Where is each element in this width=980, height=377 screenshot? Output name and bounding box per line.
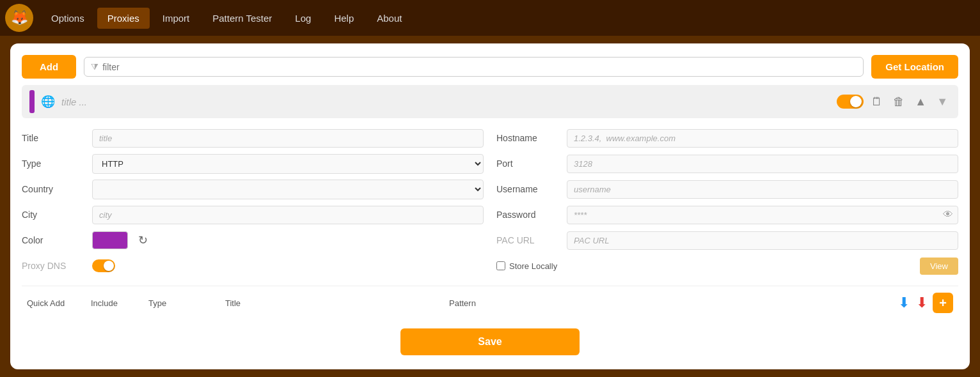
proxy-header-actions: 🗒 🗑 ▲ ▼ bbox=[837, 94, 951, 110]
proxy-dns-label: Proxy DNS bbox=[22, 261, 86, 271]
proxy-globe-icon: 🌐 bbox=[41, 95, 55, 109]
form-left: Title Type HTTP HTTPS SOCKS4 SOCKS5 Coun… bbox=[22, 127, 484, 277]
pac-url-input[interactable] bbox=[567, 231, 958, 250]
import-pattern-blue-button[interactable]: ⬇ bbox=[897, 293, 911, 312]
proxy-color-bar bbox=[29, 90, 35, 113]
pac-url-label: PAC URL bbox=[496, 235, 560, 245]
country-select[interactable] bbox=[92, 180, 484, 199]
navbar: 🦊 Options Proxies Import Pattern Tester … bbox=[0, 0, 980, 36]
filter-input[interactable] bbox=[102, 62, 857, 72]
nav-import[interactable]: Import bbox=[152, 8, 200, 29]
filter-input-wrap: ⧩ bbox=[84, 57, 864, 77]
proxy-copy-button[interactable]: 🗒 bbox=[869, 94, 885, 110]
app-logo: 🦊 bbox=[5, 4, 33, 32]
pattern-table-header: Quick Add Include Type Title Pattern ⬇ ⬇… bbox=[22, 286, 958, 317]
port-label: Port bbox=[496, 158, 560, 169]
nav-pattern-tester[interactable]: Pattern Tester bbox=[202, 8, 282, 29]
hostname-input[interactable] bbox=[567, 129, 958, 148]
form-row-country: Country bbox=[22, 178, 484, 200]
username-input[interactable] bbox=[567, 180, 958, 199]
password-label: Password bbox=[496, 210, 560, 220]
type-select[interactable]: HTTP HTTPS SOCKS4 SOCKS5 bbox=[92, 154, 484, 174]
form-row-proxy-dns: Proxy DNS bbox=[22, 255, 484, 277]
col-pattern: Pattern bbox=[449, 298, 897, 308]
mini-toggle-knob bbox=[104, 261, 114, 271]
view-button[interactable]: View bbox=[920, 258, 958, 275]
nav-about[interactable]: About bbox=[367, 8, 412, 29]
password-wrap: 👁 bbox=[567, 206, 958, 224]
add-pattern-button[interactable]: + bbox=[933, 293, 953, 313]
username-label: Username bbox=[496, 184, 560, 194]
save-area: Save bbox=[22, 323, 958, 358]
main-container: Add ⧩ Get Location 🌐 title ... 🗒 🗑 ▲ ▼ T… bbox=[10, 43, 970, 369]
proxy-move-down-button[interactable]: ▼ bbox=[934, 94, 951, 110]
pattern-table-actions: ⬇ ⬇ + bbox=[897, 293, 953, 313]
color-label: Color bbox=[22, 235, 86, 245]
form-right: Hostname Port Username Password 👁 PAC UR… bbox=[496, 127, 958, 277]
proxy-title-placeholder: title ... bbox=[61, 96, 830, 107]
save-button[interactable]: Save bbox=[400, 328, 580, 355]
nav-options[interactable]: Options bbox=[41, 8, 95, 29]
form-row-store-locally: Store Locally View bbox=[496, 255, 958, 277]
port-input[interactable] bbox=[567, 155, 958, 173]
form-row-pac-url: PAC URL bbox=[496, 229, 958, 251]
proxy-enable-toggle[interactable] bbox=[837, 95, 864, 109]
proxy-dns-toggle[interactable] bbox=[92, 259, 115, 272]
import-pattern-red-button[interactable]: ⬇ bbox=[915, 293, 929, 312]
col-type: Type bbox=[148, 298, 225, 308]
form-row-city: City bbox=[22, 204, 484, 226]
title-label: Title bbox=[22, 133, 86, 143]
city-input[interactable] bbox=[92, 206, 484, 224]
nav-help[interactable]: Help bbox=[324, 8, 364, 29]
add-button[interactable]: Add bbox=[22, 55, 76, 79]
col-quick-add: Quick Add bbox=[27, 298, 91, 308]
nav-log[interactable]: Log bbox=[285, 8, 321, 29]
form-row-hostname: Hostname bbox=[496, 127, 958, 149]
toolbar: Add ⧩ Get Location bbox=[22, 55, 958, 79]
form-row-port: Port bbox=[496, 153, 958, 174]
password-toggle-icon[interactable]: 👁 bbox=[943, 209, 953, 220]
form-row-type: Type HTTP HTTPS SOCKS4 SOCKS5 bbox=[22, 153, 484, 174]
store-locally-left: Store Locally bbox=[496, 261, 557, 271]
toggle-knob bbox=[850, 96, 862, 107]
password-input[interactable] bbox=[567, 206, 958, 224]
form-row-password: Password 👁 bbox=[496, 204, 958, 226]
proxy-header: 🌐 title ... 🗒 🗑 ▲ ▼ bbox=[22, 85, 958, 118]
form-row-title: Title bbox=[22, 127, 484, 149]
country-label: Country bbox=[22, 184, 86, 194]
store-locally-text: Store Locally bbox=[509, 261, 557, 271]
title-input[interactable] bbox=[92, 129, 484, 148]
col-include: Include bbox=[91, 298, 148, 308]
color-swatch[interactable] bbox=[92, 231, 128, 249]
form-row-color: Color ↻ bbox=[22, 229, 484, 251]
form-area: Title Type HTTP HTTPS SOCKS4 SOCKS5 Coun… bbox=[22, 125, 958, 279]
proxy-delete-button[interactable]: 🗑 bbox=[890, 94, 907, 110]
form-row-username: Username bbox=[496, 178, 958, 200]
filter-icon: ⧩ bbox=[91, 61, 99, 72]
type-label: Type bbox=[22, 158, 86, 169]
color-refresh-button[interactable]: ↻ bbox=[134, 232, 152, 249]
col-title: Title bbox=[225, 298, 449, 308]
nav-proxies[interactable]: Proxies bbox=[97, 8, 150, 29]
get-location-button[interactable]: Get Location bbox=[871, 55, 958, 79]
proxy-move-up-button[interactable]: ▲ bbox=[912, 94, 929, 110]
store-locally-checkbox[interactable] bbox=[496, 261, 505, 270]
hostname-label: Hostname bbox=[496, 133, 560, 143]
city-label: City bbox=[22, 210, 86, 220]
